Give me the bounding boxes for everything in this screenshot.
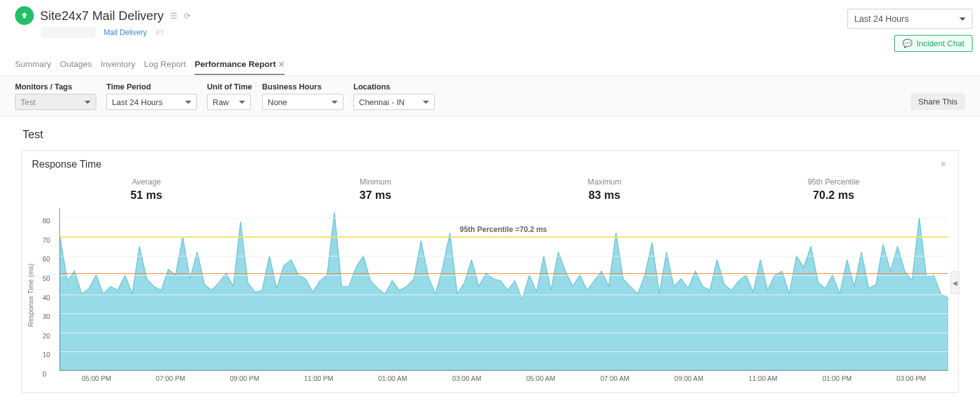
- y-tick: 0: [43, 370, 46, 378]
- x-tick: 07:00 PM: [133, 375, 207, 382]
- x-tick: 09:00 PM: [208, 375, 281, 382]
- time-range-value: Last 24 Hours: [854, 14, 909, 24]
- time-period-value: Last 24 Hours: [112, 98, 163, 107]
- x-tick: 01:00 AM: [356, 375, 430, 382]
- monitors-select[interactable]: Test: [15, 94, 96, 110]
- tab-log-report[interactable]: Log Report: [144, 59, 186, 75]
- unit-of-time-value: Raw: [213, 98, 229, 107]
- p95-reference-label: 95th Percentile =70.2 ms: [460, 225, 547, 234]
- chevron-down-icon: [959, 18, 966, 21]
- y-tick: 40: [43, 294, 50, 301]
- x-tick: 03:00 AM: [430, 375, 503, 382]
- time-range-select[interactable]: Last 24 Hours: [847, 9, 972, 29]
- y-axis-title: Response Time (ms): [27, 263, 34, 326]
- tab-bar: SummaryOutagesInventoryLog ReportPerform…: [0, 52, 980, 76]
- chevron-down-icon: [331, 101, 338, 104]
- incident-chat-button[interactable]: 💬 Incident Chat: [894, 35, 972, 52]
- unit-of-time-select[interactable]: Raw: [207, 94, 251, 110]
- monitor-thumbnail: [41, 28, 95, 38]
- y-tick: 30: [43, 313, 50, 320]
- tab-summary[interactable]: Summary: [15, 59, 51, 75]
- business-hours-value: None: [268, 98, 287, 107]
- monitors-label: Monitors / Tags: [15, 83, 96, 91]
- stat-label: 95th Percentile: [719, 178, 948, 186]
- section-title: Test: [23, 128, 959, 141]
- business-hours-label: Business Hours: [262, 83, 343, 91]
- stat-95th-percentile: 95th Percentile70.2 ms: [719, 178, 948, 202]
- y-tick: 60: [43, 255, 50, 263]
- share-button[interactable]: Share This: [911, 93, 965, 110]
- stat-label: Maximum: [490, 178, 719, 186]
- summary-stats: Average51 msMinimum37 msMaximum83 ms95th…: [22, 170, 958, 206]
- y-tick: 10: [43, 351, 50, 358]
- monitors-value: Test: [21, 98, 36, 107]
- locations-value: Chennai - IN: [359, 98, 405, 107]
- locations-select[interactable]: Chennai - IN: [353, 94, 435, 110]
- response-time-card: Response Time ≡ Average51 msMinimum37 ms…: [21, 150, 959, 393]
- x-tick: 07:00 AM: [578, 375, 652, 382]
- panel-toggle[interactable]: ◀: [951, 271, 959, 294]
- tab-outages[interactable]: Outages: [60, 59, 92, 75]
- response-time-chart: 0102030405060708095th Percentile =70.2 m…: [59, 208, 948, 371]
- y-tick: 50: [43, 275, 50, 282]
- page-title: Site24x7 Mail Delivery: [40, 9, 164, 23]
- y-tick: 80: [43, 217, 50, 225]
- x-tick: 01:00 PM: [800, 375, 874, 382]
- incident-chat-label: Incident Chat: [916, 39, 964, 48]
- status-up-icon: [15, 6, 34, 25]
- stat-label: Average: [32, 178, 261, 186]
- stat-value: 70.2 ms: [719, 189, 948, 202]
- breadcrumb-link[interactable]: Mail Delivery: [104, 28, 147, 37]
- locations-label: Locations: [353, 83, 435, 91]
- chevron-down-icon: [423, 101, 429, 104]
- chat-icon: 💬: [902, 39, 912, 48]
- menu-icon[interactable]: ☰: [170, 11, 178, 21]
- tab-performance-report[interactable]: Performance Report✕: [194, 59, 285, 75]
- unit-of-time-label: Unit of Time: [207, 83, 252, 91]
- x-tick: 05:00 PM: [59, 375, 133, 382]
- x-tick: 09:00 AM: [652, 375, 725, 382]
- stat-maximum: Maximum83 ms: [490, 178, 719, 202]
- business-hours-select[interactable]: None: [262, 94, 343, 110]
- x-axis-ticks: 05:00 PM07:00 PM09:00 PM11:00 PM01:00 AM…: [59, 375, 948, 382]
- x-tick: 11:00 AM: [726, 375, 800, 382]
- x-tick: 03:00 PM: [874, 375, 948, 382]
- stat-minimum: Minimum37 ms: [261, 178, 490, 202]
- y-tick: 20: [43, 332, 50, 340]
- tab-inventory[interactable]: Inventory: [101, 59, 136, 75]
- chevron-down-icon: [185, 101, 191, 104]
- card-title: Response Time: [32, 159, 101, 170]
- stat-value: 51 ms: [32, 189, 261, 202]
- time-period-select[interactable]: Last 24 Hours: [106, 94, 197, 110]
- refresh-icon[interactable]: ⟳: [184, 11, 191, 21]
- hamburger-icon[interactable]: ≡: [938, 158, 948, 170]
- x-tick: 11:00 PM: [281, 375, 355, 382]
- time-period-label: Time Period: [106, 83, 197, 91]
- chevron-down-icon: [239, 101, 245, 104]
- stat-average: Average51 ms: [32, 178, 261, 202]
- chevron-down-icon: [84, 101, 91, 104]
- stat-value: 37 ms: [261, 189, 490, 202]
- close-icon[interactable]: ✕: [278, 60, 285, 69]
- tag-icon[interactable]: 🏷: [156, 28, 163, 37]
- stat-value: 83 ms: [490, 189, 719, 202]
- x-tick: 05:00 AM: [504, 375, 578, 382]
- y-tick: 70: [43, 236, 50, 244]
- stat-label: Minimum: [261, 178, 490, 186]
